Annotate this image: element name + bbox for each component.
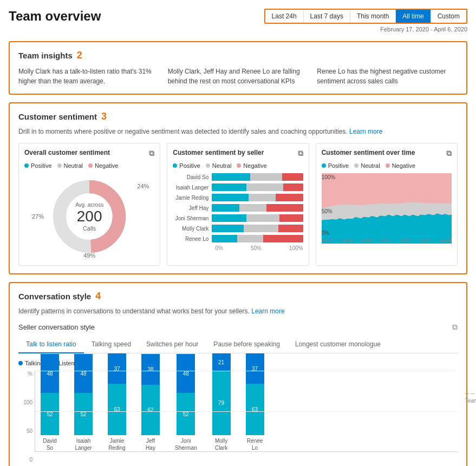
overall-legend: Positive Neutral Negative [24, 162, 154, 169]
customer-sentiment-section: Customer sentiment 3 Drill in to moments… [9, 102, 467, 274]
stacked-bar: 63 37 [246, 353, 264, 435]
donut-center: Avg. across 200 Calls [75, 202, 103, 232]
conv-seller-group: 52 48 Isaiah Langer [74, 354, 93, 451]
bar-positive [212, 204, 239, 212]
header-controls: Last 24h Last 7 days This month All time… [264, 9, 467, 32]
donut-avg-label: Avg. across [75, 202, 103, 208]
overall-sentiment-chart: Overall customer sentiment ⧉ Positive Ne… [18, 143, 160, 266]
seller-name: Renee Lo [173, 236, 212, 242]
seller-conv-copy-icon[interactable]: ⧉ [452, 323, 458, 332]
team-avg-indicator: ─ ─ ─ Team avg. [465, 391, 476, 404]
filter-last7days[interactable]: Last 7 days [304, 10, 350, 23]
conv-seller-group: 63 37 Jamie Reding [108, 353, 126, 451]
donut-left-pct: 27% [32, 213, 44, 220]
seller-name: Jeff Hay [173, 205, 212, 211]
seller-legend: Positive Neutral Negative [173, 162, 303, 169]
seller-chart-title: Customer sentiment by seller ⧉ [173, 149, 303, 158]
bar-talking: 48 [41, 354, 59, 393]
filter-thismonth[interactable]: This month [350, 10, 396, 23]
filter-last24h[interactable]: Last 24h [265, 10, 304, 23]
legend-neutral: Neutral [57, 162, 83, 169]
seller-bar-row: Jeff Hay [173, 204, 303, 212]
time-y-100: 100% [322, 174, 336, 180]
filter-custom[interactable]: Custom [431, 10, 466, 23]
seller-name: Jamie Reding [173, 195, 212, 201]
bar-neutral [239, 204, 266, 212]
bar-neutral [246, 183, 283, 191]
bar-positive [212, 235, 237, 242]
sentiment-charts-row: Overall customer sentiment ⧉ Positive Ne… [18, 143, 458, 266]
conv-seller-label: Isaiah Langer [75, 437, 92, 451]
bar-listening: 63 [108, 384, 126, 435]
conv-style-badge: 4 [95, 291, 101, 302]
customer-sentiment-badge: 3 [101, 111, 107, 122]
bar-negative [279, 214, 303, 222]
grid-mid [35, 411, 458, 412]
bar-chart-y-axis: % 100 50 0 [18, 371, 35, 463]
donut-number: 200 [75, 208, 103, 225]
tab-switches[interactable]: Switches per hour [139, 336, 206, 353]
seller-name: Molly Clark [173, 226, 212, 232]
time-y-50: 50% [322, 208, 332, 214]
seller-conv-header: Seller conversation style ⧉ [18, 323, 458, 332]
seller-legend-neutral: Neutral [206, 162, 231, 169]
tab-talk-listen[interactable]: Talk to listen ratio [18, 336, 84, 353]
bar-negative [283, 183, 303, 191]
bar-listening: 62 [141, 385, 160, 435]
bar-positive [212, 173, 250, 181]
time-legend: Positive Neutral Negative [322, 162, 452, 169]
bar-negative [266, 204, 303, 212]
customer-sentiment-header: Customer sentiment 3 [18, 111, 458, 122]
tab-pause[interactable]: Pause before speaking [206, 336, 288, 353]
bar-negative [282, 173, 303, 181]
bar-positive [212, 225, 244, 232]
conv-style-header: Conversation style 4 [18, 291, 458, 302]
time-x-axis: 02/17 02/26 03/05 03/13 03/21 03/29 04/0… [322, 238, 452, 244]
bar-negative [263, 235, 303, 242]
bar-neutral [250, 173, 282, 181]
donut-top-pct: 24% [137, 183, 149, 189]
team-insights-header: Team insights 2 [18, 50, 458, 61]
bar-neutral [249, 194, 276, 201]
insight-item-1: Molly Clark, Jeff Hay and Renee Lo are f… [168, 67, 309, 86]
bar-chart-outer: % 100 50 0 ─ ─ ─ Team avg. 52 [18, 371, 458, 463]
conv-legend-talking: Talking [18, 360, 43, 366]
seller-name: David So [173, 174, 212, 180]
tab-talking-speed[interactable]: Talking speed [84, 336, 139, 353]
tab-monologue[interactable]: Longest customer monologue [288, 336, 388, 353]
seller-bar-row: Isaiah Langer [173, 183, 303, 191]
time-legend-neutral: Neutral [354, 162, 380, 169]
conv-seller-group: 52 48 David So [41, 354, 59, 451]
seller-copy-icon[interactable]: ⧉ [298, 149, 303, 158]
filter-alltime[interactable]: All time [396, 10, 431, 23]
time-area-chart: 100% 50% 0% 02/17 02/26 03/05 03/13 03/2… [322, 173, 452, 244]
time-copy-icon[interactable]: ⧉ [446, 149, 452, 158]
conv-seller-label: Joni Sherman [175, 437, 197, 451]
overall-chart-title: Overall customer sentiment ⧉ [24, 149, 154, 158]
conv-seller-label: Renee Lo [247, 437, 263, 451]
stacked-bar: 62 38 [141, 354, 160, 435]
seller-conv-title: Seller conversation style [18, 323, 95, 331]
conv-seller-label: David So [43, 437, 57, 451]
bar-positive [212, 183, 246, 191]
customer-sentiment-title: Customer sentiment [18, 112, 97, 121]
time-legend-positive: Positive [322, 162, 349, 169]
bar-talking: 48 [74, 354, 93, 393]
conv-style-subtitle: Identify patterns in conversations to un… [18, 307, 458, 315]
seller-bar-row: Renee Lo [173, 235, 303, 242]
conv-seller-group: 62 38 Jeff Hay [141, 354, 160, 451]
bar-negative [278, 225, 303, 232]
overall-copy-icon[interactable]: ⧉ [149, 149, 154, 158]
stacked-bar: 52 48 [41, 354, 59, 435]
time-area-svg [322, 173, 452, 244]
team-insights-badge: 2 [77, 50, 82, 61]
insight-item-2: Renee Lo has the highest negative custom… [317, 67, 458, 86]
stacked-bar: 63 37 [108, 353, 126, 435]
customer-sentiment-learn-more[interactable]: Learn more [349, 128, 382, 135]
seller-bar-track [212, 225, 303, 232]
seller-bar-row: Joni Sherman [173, 214, 303, 222]
conv-style-learn-more[interactable]: Learn more [251, 307, 284, 315]
conv-seller-group: 52 48 Joni Sherman [175, 354, 197, 451]
bar-talking: 48 [177, 354, 195, 393]
bar-listening: 63 [246, 384, 264, 435]
